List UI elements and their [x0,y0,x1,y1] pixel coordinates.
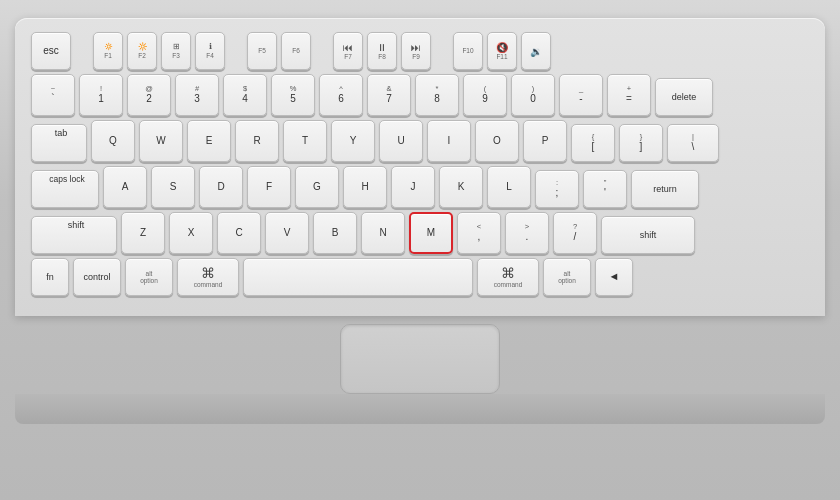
key-f7[interactable]: ⏮ F7 [333,32,363,70]
key-3[interactable]: # 3 [175,74,219,116]
key-option-right[interactable]: alt option [543,258,591,296]
key-f[interactable]: F [247,166,291,208]
key-g[interactable]: G [295,166,339,208]
key-p[interactable]: P [523,120,567,162]
key-0[interactable]: ) 0 [511,74,555,116]
key-f1[interactable]: 🔅 F1 [93,32,123,70]
key-tilde[interactable]: ~ ` [31,74,75,116]
key-9[interactable]: ( 9 [463,74,507,116]
key-f2[interactable]: 🔆 F2 [127,32,157,70]
key-tab[interactable]: tab [31,124,87,162]
key-z[interactable]: Z [121,212,165,254]
key-b[interactable]: B [313,212,357,254]
key-minus[interactable]: _ - [559,74,603,116]
key-u[interactable]: U [379,120,423,162]
key-w[interactable]: W [139,120,183,162]
key-comma[interactable]: < , [457,212,501,254]
key-d[interactable]: D [199,166,243,208]
key-command-right[interactable]: ⌘ command [477,258,539,296]
key-f8[interactable]: ⏸ F8 [367,32,397,70]
key-command-left[interactable]: ⌘ command [177,258,239,296]
key-x[interactable]: X [169,212,213,254]
keyboard-wrapper: esc 🔅 F1 🔆 F2 ⊞ F3 ℹ F4 F5 [0,0,840,500]
key-5[interactable]: % 5 [271,74,315,116]
key-f10[interactable]: F10 [453,32,483,70]
tab-key-row: tab Q W E R T Y U I [31,120,809,162]
key-k[interactable]: K [439,166,483,208]
key-vol[interactable]: 🔉 [521,32,551,70]
key-s[interactable]: S [151,166,195,208]
keyboard-body: esc 🔅 F1 🔆 F2 ⊞ F3 ℹ F4 F5 [15,18,825,316]
key-f9[interactable]: ⏭ F9 [401,32,431,70]
key-delete[interactable]: delete [655,78,713,116]
key-6[interactable]: ^ 6 [319,74,363,116]
key-equals[interactable]: + = [607,74,651,116]
key-semicolon[interactable]: : ; [535,170,579,208]
function-key-row: esc 🔅 F1 🔆 F2 ⊞ F3 ℹ F4 F5 [31,32,809,70]
caps-key-row: caps lock A S D F G H J [31,166,809,208]
key-o[interactable]: O [475,120,519,162]
key-arrow-left[interactable]: ◄ [595,258,633,296]
key-caps-lock[interactable]: caps lock [31,170,99,208]
key-8[interactable]: * 8 [415,74,459,116]
number-key-row: ~ ` ! 1 @ 2 # 3 $ 4 % 5 [31,74,809,116]
key-7[interactable]: & 7 [367,74,411,116]
key-e[interactable]: E [187,120,231,162]
key-f3[interactable]: ⊞ F3 [161,32,191,70]
key-fn[interactable]: fn [31,258,69,296]
key-r[interactable]: R [235,120,279,162]
key-f11[interactable]: 🔇 F11 [487,32,517,70]
key-spacebar[interactable] [243,258,473,296]
key-4[interactable]: $ 4 [223,74,267,116]
key-q[interactable]: Q [91,120,135,162]
key-control[interactable]: control [73,258,121,296]
key-1[interactable]: ! 1 [79,74,123,116]
key-option-left[interactable]: alt option [125,258,173,296]
bottom-bar [15,394,825,424]
shift-key-row: shift Z X C V B N M < [31,212,809,254]
key-return[interactable]: return [631,170,699,208]
key-v[interactable]: V [265,212,309,254]
key-f6[interactable]: F6 [281,32,311,70]
key-c[interactable]: C [217,212,261,254]
trackpad[interactable] [340,324,500,394]
key-h[interactable]: H [343,166,387,208]
key-f5[interactable]: F5 [247,32,277,70]
key-i[interactable]: I [427,120,471,162]
key-backslash[interactable]: | \ [667,124,719,162]
key-2[interactable]: @ 2 [127,74,171,116]
key-a[interactable]: A [103,166,147,208]
key-open-bracket[interactable]: { [ [571,124,615,162]
key-quote[interactable]: " ' [583,170,627,208]
key-shift-right[interactable]: shift [601,216,695,254]
key-shift-left[interactable]: shift [31,216,117,254]
key-j[interactable]: J [391,166,435,208]
key-close-bracket[interactable]: } ] [619,124,663,162]
key-n[interactable]: N [361,212,405,254]
key-m[interactable]: M [409,212,453,254]
key-f4[interactable]: ℹ F4 [195,32,225,70]
key-t[interactable]: T [283,120,327,162]
key-slash[interactable]: ? / [553,212,597,254]
key-l[interactable]: L [487,166,531,208]
trackpad-area [15,316,825,394]
key-y[interactable]: Y [331,120,375,162]
key-period[interactable]: > . [505,212,549,254]
bottom-key-row: fn control alt option ⌘ command ⌘ comman… [31,258,809,296]
key-esc[interactable]: esc [31,32,71,70]
